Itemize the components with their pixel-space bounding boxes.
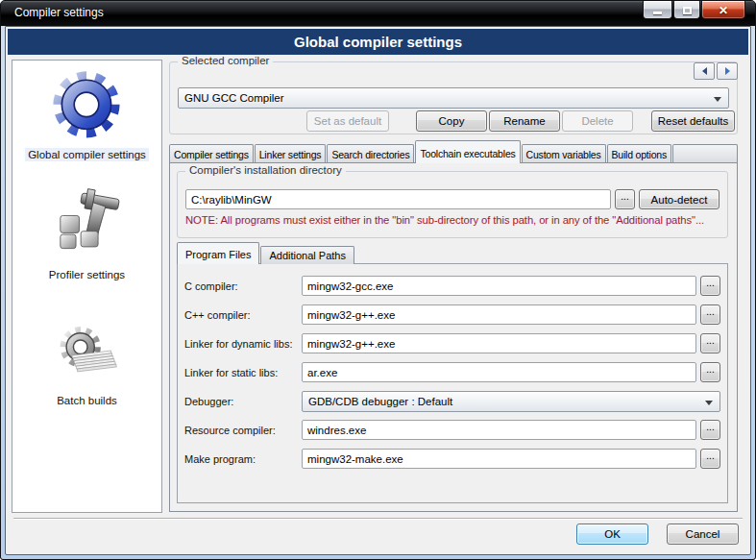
installation-directory-row: ... Auto-detect [185,189,719,209]
executable-input[interactable] [302,420,696,440]
maximize-button[interactable] [673,1,700,19]
field-label: Linker for dynamic libs: [184,338,302,350]
action-button-copy[interactable]: Copy [416,110,487,132]
toolchain-row-make-program: Make program: mingw32-make.exe ... [184,449,720,469]
tab-build-options[interactable]: Build options [607,144,672,163]
browse-button[interactable]: ... [700,304,720,325]
action-button-set-as-default[interactable]: Set as default [306,110,389,132]
toolchain-row-c-compiler: C compiler: mingw32-gcc.exe ... [184,276,720,296]
toolchain-row-debugger: Debugger: GDB/CDB debugger : Default [184,391,720,411]
debugger-select[interactable]: GDB/CDB debugger : Default [302,391,720,412]
main-settings-area: Selected compiler GNU GCC Compiler Set a… [169,60,738,513]
arrow-left-icon [702,67,707,75]
debugger-select-value: GDB/CDB debugger : Default [308,396,452,407]
field-label: C compiler: [184,280,302,292]
tab-custom-variables[interactable]: Custom variables [522,144,606,163]
sidebar-item-label: Profiler settings [46,268,128,281]
tab-label: Linker settings [259,149,322,160]
toolchain-executables-panel: Compiler's installation directory ... Au… [169,162,738,512]
subtab-label: Additional Paths [269,250,346,261]
chevron-down-icon [705,401,713,405]
minimize-icon [653,12,662,14]
compiler-settings-window: Compiler settings Global compiler settin… [0,0,756,560]
chevron-down-icon [714,97,721,102]
arrow-right-icon [725,67,730,75]
browse-button[interactable]: ... [700,276,720,296]
toolchain-row-linker-for-static-libs: Linker for static libs: ar.exe ... [184,362,720,382]
tab-toolchain-executables[interactable]: Toolchain executables [415,140,520,163]
tab-label: Custom variables [526,149,601,160]
tab-label: Search directories [331,149,409,160]
tab-linker-settings[interactable]: Linker settings [255,144,327,163]
tab-search-directories[interactable]: Search directories [327,144,414,163]
sidebar-item-label: Batch builds [54,394,120,407]
tab-scroll-left-button[interactable] [694,62,715,80]
page-title: Global compiler settings [8,29,748,55]
subtab-program-files[interactable]: Program Files [177,242,259,264]
installation-directory-group: Compiler's installation directory ... Au… [177,171,728,238]
toolchain-row-resource-compiler: Resource compiler: windres.exe ... [184,420,720,440]
program-files-panel: C compiler: mingw32-gcc.exe ... C++ comp… [177,263,728,503]
maximize-icon [683,7,692,14]
dialog-body: Global compiler settings [5,26,751,555]
files-subtab-bar: Program FilesAdditional Paths [177,242,355,264]
gear-stack-icon [41,322,134,389]
tab-overflow-sliver[interactable] [672,144,738,163]
footer-divider [13,518,743,520]
cancel-button[interactable]: Cancel [667,523,739,545]
selected-compiler-group: Selected compiler GNU GCC Compiler Set a… [169,61,738,134]
tab-compiler-settings[interactable]: Compiler settings [169,144,254,163]
action-button-rename[interactable]: Rename [489,110,560,132]
field-label: Debugger: [184,396,302,407]
tab-scroll-buttons [694,62,738,80]
sidebar-item-batch-builds[interactable]: Batch builds [41,322,134,407]
compiler-action-buttons: Set as defaultCopyRenameDeleteReset defa… [170,110,735,132]
executable-input[interactable] [302,362,696,382]
browse-button[interactable]: ... [700,420,720,440]
browse-button[interactable]: ... [700,449,720,469]
subtab-label: Program Files [185,249,251,260]
field-label: Resource compiler: [184,425,302,436]
selected-compiler-legend: Selected compiler [178,55,273,66]
executable-input[interactable] [302,333,696,353]
installation-note: NOTE: All programs must exist either in … [185,214,719,226]
autodetect-button[interactable]: Auto-detect [639,189,719,209]
blue-gear-icon [40,64,133,143]
settings-tab-bar: Compiler settingsLinker settingsSearch d… [169,140,738,163]
caption-buttons [642,1,745,19]
tab-label: Toolchain executables [420,148,515,159]
ok-button[interactable]: OK [576,523,648,545]
caliper-icon [41,184,134,263]
field-label: C++ compiler: [184,309,302,321]
tab-label: Compiler settings [174,149,249,160]
sidebar-item-label: Global compiler settings [25,148,149,161]
subtab-additional-paths[interactable]: Additional Paths [260,246,354,264]
action-button-delete[interactable]: Delete [562,110,633,132]
toolchain-row-c-compiler: C++ compiler: mingw32-g++.exe ... [184,304,720,325]
compiler-select[interactable]: GNU GCC Compiler [178,87,729,109]
executable-input[interactable] [302,304,696,325]
close-button[interactable] [701,1,745,19]
executable-input[interactable] [302,449,696,469]
tab-scroll-right-button[interactable] [717,62,738,80]
minimize-button[interactable] [643,1,672,19]
browse-button[interactable]: ... [700,333,720,353]
sidebar-item-global-compiler-settings[interactable]: Global compiler settings [25,64,149,161]
browse-button[interactable]: ... [700,362,720,382]
tab-label: Build options [612,149,668,160]
window-frame: Global compiler settings [1,26,755,559]
sidebar-item-profiler-settings[interactable]: Profiler settings [41,184,134,281]
field-label: Linker for static libs: [184,367,302,378]
toolchain-row-linker-for-dynamic-libs: Linker for dynamic libs: mingw32-g++.exe… [184,333,720,353]
browse-directory-button[interactable]: ... [615,189,635,209]
installation-path-input[interactable] [185,189,611,209]
installation-directory-legend: Compiler's installation directory [185,164,346,176]
action-button-reset-defaults[interactable]: Reset defaults [651,110,735,132]
field-label: Make program: [184,453,302,465]
executable-input[interactable] [302,276,696,296]
close-icon [719,1,728,18]
compiler-select-value: GNU GCC Compiler [184,92,284,104]
titlebar[interactable]: Compiler settings [1,1,755,26]
settings-category-list: Global compiler settings [12,60,162,513]
window-title: Compiler settings [14,6,104,19]
